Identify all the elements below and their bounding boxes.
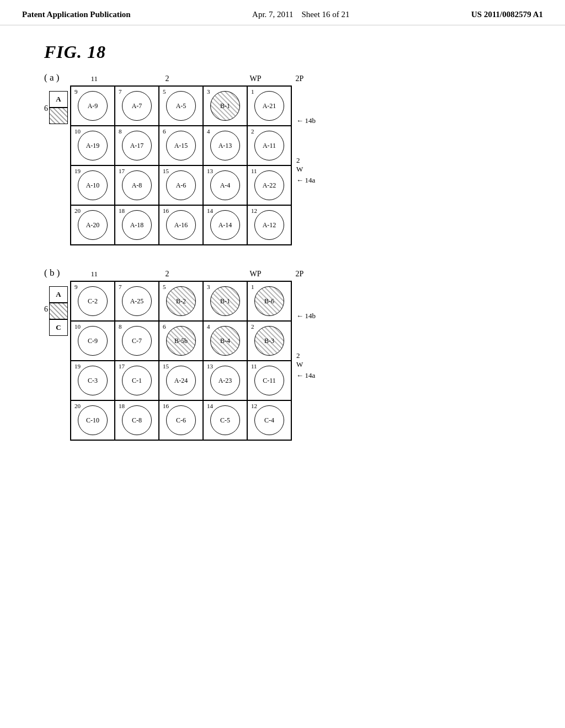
grid-cell: 16A-16: [159, 205, 203, 245]
legend-hatched-a: [49, 108, 68, 124]
wafer-circle: A-12: [254, 210, 284, 240]
grid-cell: 17A-8: [115, 165, 159, 205]
grid-cell: 13A-4: [203, 165, 247, 205]
grid-cell: 3B-1: [203, 86, 247, 126]
grid-cell: 1B-6: [247, 281, 291, 321]
cell-number: 2: [251, 128, 254, 135]
wafer-label: A-13: [218, 142, 232, 150]
wafer-circle: A-8: [122, 170, 152, 200]
grid-cell: 18C-8: [115, 400, 159, 440]
cell-number: 7: [119, 283, 122, 290]
grid-row: 19A-1017A-815A-613A-411A-22: [71, 165, 291, 205]
col-spacer2-b: [189, 270, 233, 279]
page-header: Patent Application Publication Apr. 7, 2…: [0, 0, 565, 25]
wafer-circle: B-3: [254, 326, 284, 356]
grid-cell: 4A-13: [203, 126, 247, 165]
wafer-label: B-1: [220, 297, 230, 306]
cell-number: 6: [163, 128, 166, 135]
grid-cell: 13A-23: [203, 361, 247, 400]
wafer-label: A-23: [218, 377, 232, 385]
cell-number: 13: [207, 168, 213, 174]
header-sheet: Sheet 16 of 21: [302, 10, 350, 19]
col-spacer2-a: [189, 74, 233, 83]
label-2-b: 2: [296, 351, 316, 360]
wafer-label: C-2: [88, 297, 98, 306]
wafer-circle: C-10: [78, 405, 108, 435]
cell-number: 10: [74, 128, 81, 135]
part-b: ( b ) 11 2 WP 2P 6 A C: [44, 267, 532, 441]
grid-cell: 15A-24: [159, 361, 203, 400]
cell-number: 18: [119, 403, 125, 409]
grid-row: 19C-317C-115A-2413A-2311C-11: [71, 361, 291, 400]
wafer-circle: A-19: [78, 131, 108, 160]
wafer-label: C-10: [86, 416, 99, 425]
wafer-label: C-9: [88, 337, 98, 345]
wafer-circle: B-1: [210, 91, 240, 121]
col-wp-b: WP: [233, 270, 278, 279]
cell-number: 5: [163, 283, 166, 290]
grid-b: 9C-27A-255B-23B-11B-610C-98C-76B-5b4B-42…: [70, 281, 292, 441]
label-14b-a: ← 14b: [296, 116, 316, 125]
col-2-a: 2: [145, 74, 189, 83]
part-b-container: 6 A C 9C-27A-255B-23B-11B-610C-98C-76B-5…: [44, 281, 532, 441]
wafer-circle: B-6: [254, 286, 284, 316]
wafer-circle: A-25: [122, 286, 152, 316]
wafer-label: A-16: [174, 221, 188, 229]
wafer-label: C-11: [263, 377, 276, 385]
cell-number: 1: [251, 88, 254, 95]
wafer-label: C-6: [176, 416, 186, 425]
cell-number: 13: [207, 363, 213, 370]
wafer-label: A-15: [174, 142, 188, 150]
col-2-b: 2: [145, 270, 189, 279]
cell-number: 9: [74, 283, 78, 290]
grid-cell: 6B-5b: [159, 321, 203, 361]
part-b-paren: ( b ): [44, 267, 74, 279]
header-center: Apr. 7, 2011 Sheet 16 of 21: [252, 10, 350, 19]
grid-cell: 11C-11: [247, 361, 291, 400]
wafer-circle: A-14: [210, 210, 240, 240]
wafer-label: A-11: [263, 142, 276, 150]
diagram-section: ( a ) 11 2 WP 2P 6 A: [44, 72, 532, 441]
cell-number: 8: [119, 128, 122, 135]
cell-number: 11: [251, 363, 257, 370]
grid-cell: 16C-6: [159, 400, 203, 440]
wafer-circle: C-8: [122, 405, 152, 435]
wafer-circle: C-7: [122, 326, 152, 356]
grid-row: 20C-1018C-816C-614C-512C-4: [71, 400, 291, 440]
grid-cell: 12C-4: [247, 400, 291, 440]
wafer-label: C-7: [132, 337, 142, 345]
cell-number: 7: [119, 88, 122, 95]
wafer-circle: A-20: [78, 210, 108, 240]
wafer-circle: B-1: [210, 286, 240, 316]
grid-cell: 10C-9: [71, 321, 115, 361]
grid-row: 20A-2018A-1816A-1614A-1412A-12: [71, 205, 291, 245]
label-2-a: 2: [296, 156, 316, 165]
cell-number: 14: [207, 207, 213, 214]
wafer-circle: A-11: [254, 131, 284, 160]
cell-number: 3: [207, 88, 210, 95]
col-2p-b: 2P: [278, 270, 322, 279]
wafer-label: A-21: [263, 102, 276, 110]
grid-cell: 5A-5: [159, 86, 203, 126]
grid-cell: 9A-9: [71, 86, 115, 126]
wafer-circle: C-1: [122, 366, 152, 395]
label-14a-a: ← 14a: [296, 176, 316, 185]
cell-number: 2: [251, 323, 254, 330]
wafer-circle: A-5: [166, 91, 196, 121]
grid-cell: 2B-3: [247, 321, 291, 361]
grid-row: 9C-27A-255B-23B-11B-6: [71, 281, 291, 321]
cell-number: 11: [251, 168, 257, 174]
cell-number: 14: [207, 403, 213, 409]
wafer-circle: A-7: [122, 91, 152, 121]
wafer-label: A-20: [86, 221, 100, 229]
wafer-circle: C-2: [78, 286, 108, 316]
main-content: FIG. 18 ( a ) 11 2 WP 2P 6: [0, 25, 565, 457]
col-2p-a: 2P: [278, 74, 322, 83]
wafer-label: A-22: [263, 181, 276, 190]
cell-number: 8: [119, 323, 122, 330]
legend-a-b: A: [49, 286, 68, 303]
wafer-circle: C-6: [166, 405, 196, 435]
wafer-label: A-24: [174, 377, 188, 385]
grid-cell: 17C-1: [115, 361, 159, 400]
legend-hatched-b: [49, 303, 68, 319]
